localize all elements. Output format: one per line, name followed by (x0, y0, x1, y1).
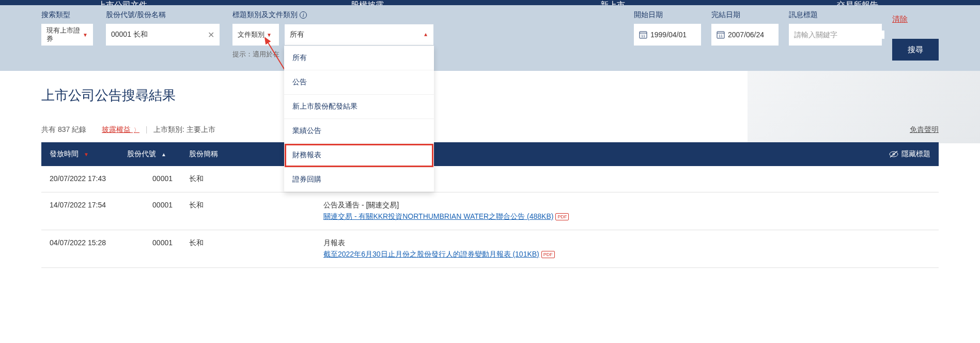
svg-text:11: 11 (641, 34, 645, 38)
clear-x-icon[interactable]: ✕ (208, 30, 214, 40)
doc-link[interactable]: 關連交易 - 有關KKR投資NORTHUMBRIAN WATER之聯合公告 (4… (323, 212, 553, 220)
disclaimer-link[interactable]: 免責聲明 (910, 125, 939, 135)
svg-text:11: 11 (719, 34, 723, 38)
nav-item-exchange-report[interactable]: 交易所報告 (735, 0, 980, 5)
th-code[interactable]: 股份代號▲ (119, 142, 181, 166)
doc-link[interactable]: 截至2022年6月30日止月份之股份發行人的證券變動月報表 (101KB) (323, 250, 539, 258)
nav-item-newlisting[interactable]: 新上市 (490, 0, 735, 5)
top-nav: 上市公司文件 股權披露 新上市 交易所報告 (0, 0, 980, 5)
hide-title-toggle[interactable]: 隱藏標題 (889, 150, 930, 159)
pdf-badge: PDF (541, 251, 555, 258)
dropdown-item-announcement[interactable]: 公告 (284, 70, 434, 95)
start-date-input[interactable]: 11 1999/04/01 (634, 24, 701, 46)
category-select[interactable]: 文件類別 ▼ (232, 24, 279, 46)
dropdown-item-financial[interactable]: 財務報表 (284, 143, 434, 168)
keyword-input-box[interactable] (789, 24, 882, 46)
cell-code: 00001 (119, 230, 181, 268)
keyword-input[interactable] (794, 31, 884, 39)
dropdown-item-all[interactable]: 所有 (284, 46, 434, 70)
stock-label: 股份代號/股份名稱 (106, 10, 220, 20)
cell-time: 20/07/2022 17:43 (41, 166, 119, 192)
list-type: 上市類別: 主要上市 (153, 125, 215, 133)
dropdown-item-buyback[interactable]: 證券回購 (284, 168, 434, 192)
doc-category: 月報表 (323, 238, 930, 248)
cell-name: 长和 (181, 230, 315, 268)
sort-asc-icon: ▲ (161, 152, 166, 157)
cell-code: 00001 (119, 192, 181, 230)
search-type-select[interactable]: 現有上市證券 ▼ (41, 24, 93, 46)
eye-off-icon (889, 151, 898, 158)
cell-document: 月報表截至2022年6月30日止月份之股份發行人的證券變動月報表 (101KB)… (315, 230, 939, 268)
stock-input-box[interactable]: ✕ (106, 24, 220, 46)
divider: | (146, 125, 148, 133)
stock-input[interactable] (111, 31, 208, 39)
category-value: 文件類別 (238, 31, 265, 39)
keyword-label: 訊息標題 (789, 10, 882, 20)
cell-name: 长和 (181, 192, 315, 230)
table-row: 04/07/2022 15:2800001长和月報表截至2022年6月30日止月… (41, 230, 939, 268)
calendar-icon: 11 (717, 31, 725, 39)
dropdown-item-allotment[interactable]: 新上市股份配發結果 (284, 95, 434, 119)
clear-link[interactable]: 清除 (892, 14, 908, 24)
dropdown-item-results[interactable]: 業績公告 (284, 119, 434, 143)
doc-category: 公告及通告 - [關連交易] (323, 201, 930, 210)
subcategory-select[interactable]: 所有 ▼ (284, 24, 434, 46)
results-meta: 共有 837 紀錄 披露權益 〉 | 上市類別: 主要上市 免責聲明 (41, 125, 939, 135)
search-type-value: 現有上市證券 (46, 26, 81, 42)
th-time[interactable]: 發放時間▼ (41, 142, 119, 166)
search-type-label: 搜索類型 (41, 10, 93, 20)
nav-item-disclosure[interactable]: 股權披露 (245, 0, 490, 5)
cell-time: 14/07/2022 17:54 (41, 192, 119, 230)
end-date-value: 2007/06/24 (728, 31, 764, 39)
start-date-label: 開始日期 (634, 10, 701, 20)
chevron-right-icon: 〉 (134, 127, 139, 133)
caret-up-icon: ▼ (423, 32, 428, 38)
table-row: 14/07/2022 17:5400001长和公告及通告 - [關連交易]關連交… (41, 192, 939, 230)
start-date-value: 1999/04/01 (650, 31, 687, 39)
content: 上市公司公告搜尋結果 共有 837 紀錄 披露權益 〉 | 上市類別: 主要上市… (0, 71, 980, 284)
subcategory-value: 所有 (290, 30, 304, 39)
info-icon[interactable]: i (300, 11, 307, 19)
results-count: 共有 837 紀錄 (41, 125, 86, 135)
subcategory-dropdown: 所有 公告 新上市股份配發結果 業績公告 財務報表 證券回購 (284, 46, 434, 192)
cell-code: 00001 (119, 166, 181, 192)
table-row: 20/07/2022 17:4300001长和PDF (41, 166, 939, 192)
cell-time: 04/07/2022 15:28 (41, 230, 119, 268)
pdf-badge: PDF (555, 213, 569, 220)
end-date-input[interactable]: 11 2007/06/24 (711, 24, 779, 46)
cell-document: 公告及通告 - [關連交易]關連交易 - 有關KKR投資NORTHUMBRIAN… (315, 192, 939, 230)
results-table: 發放時間▼ 股份代號▲ 股份簡稱 隱藏標題 20/07/2022 17:4300… (41, 142, 939, 268)
calendar-icon: 11 (639, 31, 647, 39)
search-button[interactable]: 搜尋 (892, 39, 939, 61)
end-date-label: 完結日期 (711, 10, 779, 20)
nav-item-listed[interactable]: 上市公司文件 (0, 0, 245, 5)
page-title: 上市公司公告搜尋結果 (41, 86, 939, 105)
caret-down-icon: ▼ (267, 32, 272, 38)
sort-desc-icon: ▼ (84, 152, 89, 157)
caret-down-icon: ▼ (83, 32, 88, 38)
category-label: 標題類別及文件類別 i (232, 10, 434, 20)
disclosure-link[interactable]: 披露權益 〉 (102, 125, 139, 133)
search-bar: 搜索類型 現有上市證券 ▼ 股份代號/股份名稱 ✕ 標題類別及文件類別 i 文件… (0, 5, 980, 71)
